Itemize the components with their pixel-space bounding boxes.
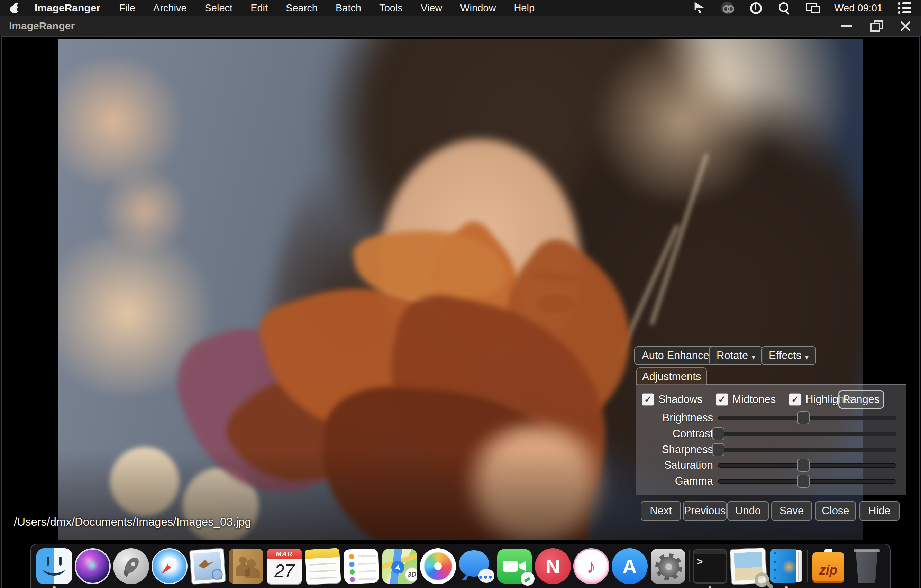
sharpness-label: Sharpness	[640, 442, 713, 458]
creative-cloud-icon[interactable]	[721, 2, 734, 15]
slider-handle[interactable]	[712, 427, 724, 440]
dock-imageranger-icon[interactable]	[768, 548, 804, 584]
spotlight-icon[interactable]	[778, 2, 791, 15]
displays-icon[interactable]	[806, 2, 819, 15]
zip-label: zip	[812, 563, 844, 578]
calendar-day: 27	[267, 559, 302, 582]
tab-adjustments[interactable]: Adjustments	[636, 367, 707, 385]
midtones-checkbox[interactable]: ✓	[716, 393, 728, 406]
slider-handle[interactable]	[797, 459, 810, 472]
dock-trash-icon[interactable]	[849, 548, 885, 584]
dock-separator	[688, 550, 690, 582]
previous-button[interactable]: Previous	[683, 501, 727, 521]
slider-handle[interactable]	[797, 474, 810, 488]
menu-select[interactable]: Select	[205, 2, 233, 14]
chevron-down-icon: ▾	[752, 353, 755, 362]
dock-itunes-icon[interactable]: ♪	[573, 548, 609, 584]
pointer-tool-icon[interactable]	[692, 2, 705, 15]
apple-menu-icon[interactable]	[10, 2, 20, 13]
hide-button[interactable]: Hide	[859, 501, 900, 521]
ranges-label: Ranges	[843, 393, 880, 406]
dock-preview-icon[interactable]	[731, 548, 766, 584]
restore-icon[interactable]	[870, 19, 883, 32]
sharpness-slider-row: Sharpness	[640, 442, 903, 458]
brightness-slider-row: Brightness	[640, 410, 903, 426]
menu-edit[interactable]: Edit	[251, 2, 268, 14]
undo-button[interactable]: Undo	[727, 501, 769, 521]
highlights-checkbox[interactable]: ✓	[789, 393, 801, 406]
minimize-icon[interactable]	[841, 19, 854, 32]
rotate-button[interactable]: Rotate ▾	[709, 346, 763, 365]
dock-news-icon[interactable]: N	[535, 548, 571, 584]
running-indicator	[709, 586, 711, 588]
shadows-checkbox[interactable]: ✓	[642, 393, 654, 406]
dock-maps-icon[interactable]: 3D	[382, 548, 418, 584]
hide-label: Hide	[869, 505, 890, 517]
close-label: Close	[822, 505, 849, 517]
saturation-slider[interactable]	[718, 463, 896, 468]
slider-handle[interactable]	[797, 411, 810, 424]
dock-system-preferences-icon[interactable]	[650, 548, 686, 584]
close-icon[interactable]	[899, 19, 912, 32]
save-button[interactable]: Save	[771, 501, 812, 521]
dock-messages-icon[interactable]	[459, 548, 495, 584]
app-menu-title[interactable]: ImageRanger	[34, 2, 100, 14]
tab-adjustments-label: Adjustments	[642, 370, 701, 383]
effects-button[interactable]: Effects ▾	[761, 346, 816, 365]
close-button[interactable]: Close	[815, 501, 856, 521]
window-titlebar[interactable]: ImageRanger	[0, 16, 921, 36]
ranges-button[interactable]: Ranges	[838, 390, 884, 409]
maps-3d-badge: 3D	[404, 567, 417, 582]
brightness-slider[interactable]	[718, 416, 896, 420]
dock-facetime-icon[interactable]	[496, 548, 532, 584]
gamma-slider[interactable]	[718, 479, 896, 484]
brightness-label: Brightness	[640, 410, 713, 426]
window-title: ImageRanger	[9, 20, 75, 32]
menu-batch[interactable]: Batch	[335, 2, 361, 14]
menu-file[interactable]: File	[119, 2, 135, 14]
notification-list-icon[interactable]	[898, 2, 911, 15]
chevron-down-icon: ▾	[805, 353, 809, 362]
dock-zip-archive-icon[interactable]: zip	[810, 548, 846, 584]
midtones-checkbox-group[interactable]: ✓ Midtones	[716, 393, 776, 406]
dock-mail-icon[interactable]	[190, 548, 226, 584]
undo-label: Undo	[735, 505, 761, 517]
shadows-checkbox-group[interactable]: ✓ Shadows	[642, 393, 703, 406]
menu-view[interactable]: View	[421, 2, 442, 14]
auto-enhance-label: Auto Enhance	[642, 349, 709, 362]
dock-notes-icon[interactable]	[305, 548, 341, 584]
dock-finder-icon[interactable]	[36, 548, 72, 584]
menu-bar: ImageRanger File Archive Select Edit Sea…	[0, 0, 921, 16]
next-label: Next	[650, 505, 672, 517]
menu-archive[interactable]: Archive	[153, 2, 187, 14]
next-button[interactable]: Next	[641, 501, 681, 521]
dock-siri-icon[interactable]	[75, 548, 111, 584]
window-controls	[841, 19, 912, 32]
dock-safari-icon[interactable]	[151, 548, 187, 584]
effects-label: Effects	[769, 349, 801, 362]
power-ring-icon[interactable]	[749, 2, 762, 15]
menu-search[interactable]: Search	[286, 2, 317, 14]
menu-tools[interactable]: Tools	[379, 2, 403, 14]
rotate-label: Rotate	[716, 349, 748, 362]
menu-items: File Archive Select Edit Search Batch To…	[119, 2, 535, 14]
sharpness-slider[interactable]	[718, 448, 896, 452]
dock-appstore-icon[interactable]: A	[612, 548, 648, 584]
auto-enhance-button[interactable]: Auto Enhance	[634, 346, 717, 365]
dock-calendar-icon[interactable]: MAR 27	[267, 548, 303, 584]
contrast-slider[interactable]	[718, 432, 896, 436]
gamma-label: Gamma	[640, 473, 713, 489]
itunes-note-glyph: ♪	[573, 548, 609, 584]
dock: MAR 27 3D N ♪ A >_	[31, 544, 890, 588]
midtones-label: Midtones	[732, 393, 776, 406]
dock-launchpad-icon[interactable]	[113, 548, 149, 584]
dock-contacts-icon[interactable]	[228, 548, 264, 584]
menu-clock[interactable]: Wed 09:01	[834, 2, 883, 14]
menu-help[interactable]: Help	[514, 2, 535, 14]
saturation-slider-row: Saturation	[640, 457, 903, 473]
menu-window[interactable]: Window	[460, 2, 496, 14]
dock-terminal-icon[interactable]: >_	[692, 548, 728, 584]
dock-reminders-icon[interactable]	[343, 548, 379, 584]
slider-handle[interactable]	[712, 443, 724, 456]
dock-photos-icon[interactable]	[420, 548, 456, 584]
